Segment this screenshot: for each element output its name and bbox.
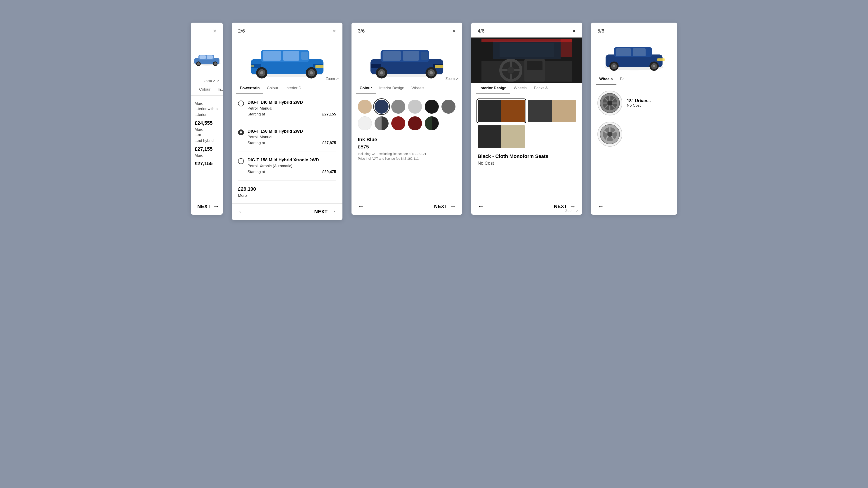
swatch-beige[interactable] <box>358 100 372 113</box>
card1-next-button[interactable]: NEXT → <box>197 203 219 210</box>
card2-price4: £29,190 <box>238 186 336 192</box>
wheel-option-1: 18" Urban... No Cost <box>597 91 671 116</box>
card1-close-button[interactable]: × <box>213 28 216 34</box>
card1-body: More ...terior with a ...terior. £24,555… <box>191 96 223 198</box>
card4-header: 4/6 × <box>471 23 582 37</box>
card2-body: DIG-T 140 Mild Hybrid 2WD Petrol; Manual… <box>232 94 342 203</box>
card1-zoom[interactable]: Zoom ↗ <box>191 79 219 83</box>
svg-point-61 <box>613 65 615 67</box>
wheel-svg-2 <box>600 124 620 144</box>
svg-point-38 <box>430 71 433 74</box>
svg-rect-53 <box>561 39 572 57</box>
tab-interior-2[interactable]: Interior Des... <box>282 83 309 94</box>
interior-swatch-black-brown[interactable] <box>477 100 525 122</box>
radio-option3[interactable] <box>238 158 244 164</box>
selected-color-price: £575 <box>358 144 456 150</box>
radio-option1[interactable] <box>238 101 244 106</box>
interior-selected-name: Black - Cloth Monoform Seats <box>477 153 576 159</box>
svg-rect-30 <box>421 52 428 60</box>
card4-prev-button[interactable]: ← <box>477 203 484 210</box>
swatch-light-grey[interactable] <box>408 100 422 113</box>
tab-wheels-3[interactable]: Wheels <box>408 83 428 94</box>
powertrain-fuel-3: Petrol; Xtronic (Automatic) <box>248 164 336 168</box>
svg-rect-23 <box>315 65 323 68</box>
tab-powertrain[interactable]: Powertrain <box>236 83 264 94</box>
color-note-line2: Price incl. VAT and licence fee NIS 162,… <box>358 156 456 161</box>
powertrain-name-2: DIG-T 158 Mild Hybrid 2WD <box>248 129 336 134</box>
svg-rect-51 <box>500 43 554 57</box>
swatch-black-green[interactable] <box>425 116 439 130</box>
wheel-option-2 <box>597 122 671 147</box>
card-1-partial: × Zoom ↗ Colour In... More ...terior wit <box>191 23 223 215</box>
card4-tabs: Interior Design Wheels Packs &... <box>471 83 582 94</box>
powertrain-price-row-1: Starting at £27,155 <box>248 112 336 117</box>
card2-prev-button[interactable]: ← <box>238 208 244 215</box>
tab-wheels-4[interactable]: Wheels <box>510 83 530 94</box>
wheel-name-1: 18" Urban... <box>627 98 671 103</box>
card2-footer: ← NEXT → <box>232 203 342 220</box>
tab-wheels-5[interactable]: Wheels <box>596 74 616 85</box>
card5-footer: ← <box>591 198 677 215</box>
card3-next-arrow-icon: → <box>450 203 456 210</box>
swatch-red-bicolor[interactable] <box>391 116 405 130</box>
powertrain-price-row-2: Starting at £27,875 <box>248 141 336 145</box>
card3-close-button[interactable]: × <box>453 28 456 34</box>
card1-more3-link[interactable]: More <box>195 153 204 158</box>
card4-counter: 4/6 <box>477 28 485 34</box>
tab-interior-design-4[interactable]: Interior Design <box>476 83 510 94</box>
card2-prev-arrow: ← <box>238 208 244 215</box>
swatch-mid-grey[interactable] <box>441 100 456 113</box>
swatch-grey[interactable] <box>391 100 405 113</box>
svg-point-8 <box>214 62 217 65</box>
divider-1 <box>238 123 336 123</box>
svg-rect-13 <box>283 51 299 61</box>
card1-more2-link[interactable]: More <box>195 127 204 132</box>
card4-interior-image: Zoom ↗ <box>471 37 582 83</box>
card-5-wheels-partial: 5/6 Wheels Pa... <box>591 23 677 215</box>
card3-next-button[interactable]: NEXT → <box>434 203 456 210</box>
swatch-dark-bicolor[interactable] <box>375 116 389 130</box>
card5-prev-button[interactable]: ← <box>597 203 604 210</box>
interior-swatch-grey-tan[interactable] <box>528 100 576 122</box>
interior-swatch-dark-sand[interactable] <box>477 125 525 148</box>
card3-zoom[interactable]: Zoom <box>445 76 459 81</box>
card1-text3: ...m <box>195 132 219 138</box>
swatch-ink-blue[interactable] <box>375 100 389 113</box>
card2-zoom[interactable]: Zoom <box>326 76 339 81</box>
card3-counter: 3/6 <box>358 28 365 34</box>
card2-next-button[interactable]: NEXT → <box>314 208 336 215</box>
tab-colour-1[interactable]: Colour <box>195 84 214 96</box>
swatch-dark-red[interactable] <box>408 116 422 130</box>
wheel-circle-2[interactable] <box>597 122 622 147</box>
powertrain-option-2: DIG-T 158 Mild Hybrid 2WD Petrol; Manual… <box>238 129 336 145</box>
card5-prev-arrow: ← <box>597 203 604 210</box>
tab-interior-3[interactable]: Interior Design <box>376 83 408 94</box>
tab-interior-1[interactable]: In... <box>214 84 223 96</box>
powertrain-info-1: DIG-T 140 Mild Hybrid 2WD Petrol; Manual… <box>248 100 336 117</box>
card3-prev-button[interactable]: ← <box>358 203 364 210</box>
wheel-svg-1 <box>600 93 620 113</box>
card3-tabs: Colour Interior Design Wheels <box>351 83 462 94</box>
card4-close-button[interactable]: × <box>572 28 576 34</box>
card5-tabs: Wheels Pa... <box>591 74 677 85</box>
powertrain-price-1: £27,155 <box>322 112 336 117</box>
tab-packs-5[interactable]: Pa... <box>616 74 631 85</box>
card3-footer: ← NEXT → <box>351 198 462 215</box>
card2-close-button[interactable]: × <box>333 28 336 34</box>
tab-packs-4[interactable]: Packs &... <box>530 83 555 94</box>
svg-point-6 <box>197 62 200 65</box>
card2-header: 2/6 × <box>232 23 342 37</box>
wheel-circle-1[interactable] <box>597 91 622 116</box>
card5-counter: 5/6 <box>597 28 604 34</box>
swatch-black[interactable] <box>425 100 439 113</box>
card2-more4[interactable]: More <box>238 193 247 198</box>
tab-colour-2[interactable]: Colour <box>264 83 282 94</box>
card5-header: 5/6 <box>591 23 677 37</box>
car3-svg <box>364 41 450 79</box>
card4-prev-arrow: ← <box>477 203 484 210</box>
tab-colour-3[interactable]: Colour <box>356 83 376 94</box>
card1-more-link[interactable]: More <box>195 101 204 106</box>
radio-option2[interactable] <box>238 129 244 135</box>
svg-point-64 <box>653 65 655 67</box>
swatch-white[interactable] <box>358 116 372 130</box>
